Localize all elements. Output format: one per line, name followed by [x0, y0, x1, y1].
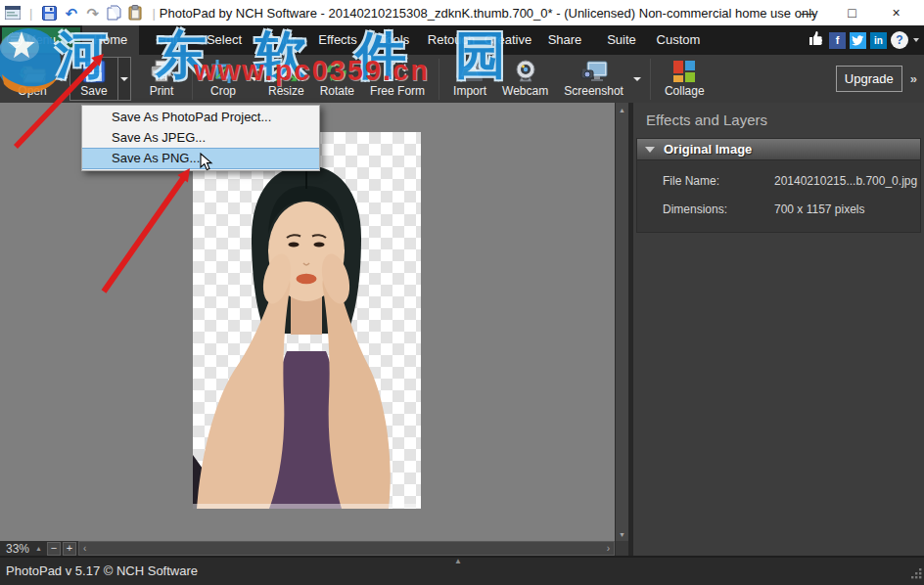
scroll-left-icon[interactable]: ‹: [83, 543, 86, 554]
save-button[interactable]: Save: [69, 57, 118, 101]
linkedin-icon[interactable]: in: [870, 32, 887, 49]
crop-icon: [210, 59, 236, 84]
panel-bottom-strip: [628, 541, 924, 556]
redo-icon[interactable]: ↷: [84, 5, 101, 22]
collage-button[interactable]: Collage: [657, 57, 713, 101]
tab-edit[interactable]: Edit: [139, 25, 196, 55]
like-icon[interactable]: [808, 30, 825, 50]
tab-effects[interactable]: Effects: [309, 25, 366, 55]
toolbar-divider: [192, 59, 193, 100]
file-name-value: 20140210215...b.700_0.jpg: [774, 174, 917, 188]
twitter-icon[interactable]: [850, 32, 866, 49]
save-floppy-icon: [81, 59, 107, 84]
tab-tools[interactable]: Tools: [366, 25, 423, 55]
undo-icon[interactable]: ↶: [63, 5, 79, 22]
help-icon[interactable]: ?: [891, 31, 908, 49]
canvas-horizontal-scrollbar[interactable]: ‹ ›: [78, 541, 615, 556]
free-form-button[interactable]: Free Form: [362, 57, 433, 101]
open-button[interactable]: Open: [8, 57, 57, 101]
panel-expander-icon[interactable]: ▲: [454, 558, 462, 565]
rotate-button[interactable]: Rotate: [312, 57, 362, 101]
ribbon-tabs: Home Edit Select Color Effects Tools Ret…: [82, 25, 707, 55]
canvas-vertical-scrollbar[interactable]: ▲ ▼: [615, 103, 628, 541]
zoom-level[interactable]: 33%: [0, 542, 35, 556]
toolbar-overflow-button[interactable]: »: [910, 71, 917, 86]
separator: |: [29, 6, 32, 21]
printer-icon: [148, 59, 175, 84]
save-dropdown-menu: Save As PhotoPad Project... Save As JPEG…: [81, 105, 320, 171]
resize-icon: [272, 59, 300, 84]
copy-icon[interactable]: [106, 5, 122, 22]
status-text: PhotoPad v 5.17 © NCH Software: [6, 563, 198, 578]
status-bar: PhotoPad v 5.17 © NCH Software: [0, 558, 924, 585]
main-toolbar: Open Save Print Crop: [0, 55, 924, 103]
crop-dropdown-caret[interactable]: [248, 57, 260, 101]
upgrade-button[interactable]: Upgrade: [836, 66, 902, 92]
scroll-down-icon[interactable]: ▼: [616, 527, 629, 541]
photo-document: [193, 132, 421, 509]
minimize-button[interactable]: —: [786, 0, 830, 25]
paste-icon[interactable]: [127, 5, 144, 22]
menu-dropdown-caret[interactable]: [64, 27, 80, 53]
panel-title: Effects and Layers: [633, 103, 924, 137]
window-title: PhotoPad by NCH Software - 2014021021530…: [160, 6, 818, 21]
save-dropdown-caret[interactable]: [118, 57, 131, 101]
webcam-button[interactable]: Webcam: [494, 57, 556, 101]
screenshot-label: Screenshot: [564, 84, 624, 98]
screenshot-button[interactable]: Screenshot: [556, 57, 631, 101]
scroll-right-icon[interactable]: ›: [607, 543, 610, 554]
section-label: Original Image: [664, 142, 752, 157]
crop-button[interactable]: Crop: [199, 57, 248, 101]
maximize-button[interactable]: □: [830, 0, 874, 25]
tab-share[interactable]: Share: [536, 25, 593, 55]
print-button[interactable]: Print: [137, 57, 186, 101]
scanner-icon: [455, 59, 485, 84]
quick-save-icon[interactable]: [41, 5, 58, 22]
zoom-in-button[interactable]: +: [63, 542, 76, 556]
scroll-up-icon[interactable]: ▲: [616, 103, 629, 116]
resize-grip[interactable]: [911, 565, 922, 583]
webcam-label: Webcam: [502, 84, 548, 98]
toolbar-divider: [650, 59, 651, 100]
rotate-label: Rotate: [320, 84, 354, 98]
crop-label: Crop: [210, 84, 236, 98]
hamburger-icon: [7, 32, 23, 48]
save-label: Save: [80, 84, 107, 98]
open-folder-icon: [18, 59, 47, 84]
title-bar: | ↶ ↷ | PhotoPad by NCH Software - 20140…: [0, 0, 924, 25]
open-dropdown-caret[interactable]: [57, 57, 69, 101]
tab-home[interactable]: Home: [82, 25, 139, 55]
tab-custom[interactable]: Custom: [650, 25, 707, 55]
effects-layers-panel: Effects and Layers Original Image File N…: [628, 103, 924, 541]
tab-suite[interactable]: Suite: [593, 25, 650, 55]
help-caret-icon[interactable]: [913, 38, 919, 42]
facebook-icon[interactable]: f: [829, 32, 846, 49]
tab-creative[interactable]: Creative: [480, 25, 536, 55]
original-image-section-header[interactable]: Original Image: [636, 138, 921, 160]
menu-item-save-as-png[interactable]: Save As PNG...: [82, 148, 319, 169]
menu-button[interactable]: Menu: [2, 27, 80, 53]
menu-bar: Menu Home Edit Select Color Effects Tool…: [0, 25, 924, 55]
rotate-icon: [323, 59, 350, 84]
menu-item-save-as-photopad-project[interactable]: Save As PhotoPad Project...: [82, 107, 319, 127]
resize-button[interactable]: Resize: [260, 57, 312, 101]
image-info-box: File Name: 20140210215...b.700_0.jpg Dim…: [636, 160, 921, 233]
open-label: Open: [18, 84, 46, 98]
tab-select[interactable]: Select: [196, 25, 253, 55]
photopad-window: | ↶ ↷ | PhotoPad by NCH Software - 20140…: [0, 0, 924, 585]
dimensions-label: Dimensions:: [663, 202, 753, 216]
tab-retouch[interactable]: Retouch: [423, 25, 480, 55]
scrollbar-corner: [615, 541, 628, 556]
screenshot-dropdown-caret[interactable]: [631, 57, 644, 101]
menu-button-label: Menu: [26, 33, 56, 47]
webcam-icon: [513, 59, 538, 84]
tab-color[interactable]: Color: [253, 25, 309, 55]
import-button[interactable]: Import: [445, 57, 494, 101]
zoom-out-button[interactable]: −: [47, 542, 61, 556]
app-icon: [4, 5, 21, 22]
import-label: Import: [453, 84, 486, 98]
file-name-row: File Name: 20140210215...b.700_0.jpg: [637, 174, 920, 188]
close-button[interactable]: ×: [874, 0, 918, 25]
menu-item-save-as-jpeg[interactable]: Save As JPEG...: [82, 127, 319, 148]
zoom-spinner-icon[interactable]: ▲: [35, 545, 42, 552]
